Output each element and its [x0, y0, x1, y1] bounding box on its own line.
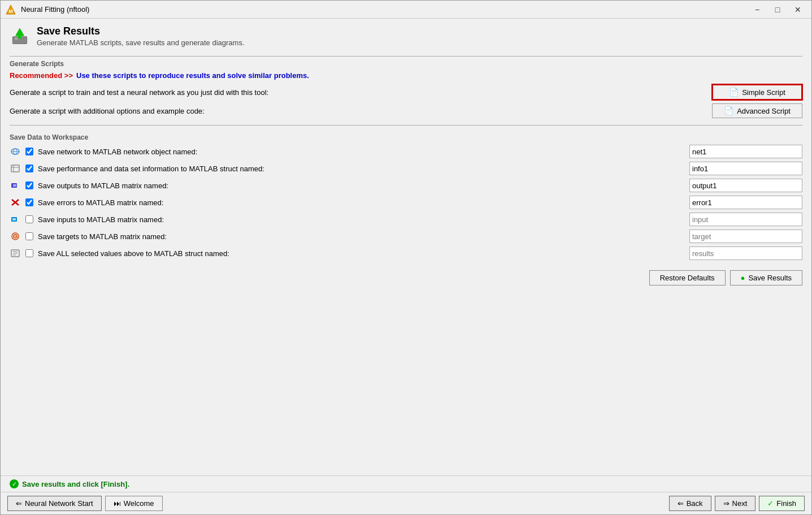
page-header: Save Results Generate MATLAB scripts, sa… — [10, 25, 802, 47]
page-subtitle: Generate MATLAB scripts, save results an… — [37, 38, 245, 47]
welcome-button[interactable]: ⏭ Welcome — [105, 496, 163, 511]
save-results-btn-label: Save Results — [748, 274, 792, 282]
status-icon: ✓ — [10, 479, 19, 488]
svg-point-20 — [15, 236, 16, 237]
performance-input[interactable] — [689, 162, 802, 175]
simple-script-label: Generate a script to train and test a ne… — [10, 88, 268, 97]
window-title: Neural Fitting (nftool) — [21, 5, 748, 14]
doc-icon-adv: 📄 — [724, 106, 733, 115]
svg-rect-17 — [12, 218, 16, 220]
targets-icon — [10, 231, 21, 241]
save-data-label: Save Data to Workspace — [10, 133, 802, 141]
targets-checkbox[interactable] — [25, 232, 33, 240]
main-window: M Neural Fitting (nftool) − □ ✕ Save Res… — [0, 0, 812, 515]
welcome-icon: ⏭ — [114, 499, 121, 508]
action-buttons: Restore Defaults ● Save Results — [10, 266, 802, 285]
save-results-button[interactable]: ● Save Results — [730, 270, 802, 285]
targets-row: Save targets to MATLAB matrix named: — [10, 230, 802, 243]
divider-1 — [10, 56, 802, 57]
network-input[interactable] — [689, 145, 802, 158]
titlebar: M Neural Fitting (nftool) − □ ✕ — [1, 1, 811, 19]
footer-bar: ⇐ Neural Network Start ⏭ Welcome ⇐ Back … — [1, 492, 811, 514]
network-icon — [10, 146, 21, 157]
all-label: Save ALL selected values above to MATLAB… — [38, 249, 685, 258]
doc-icon: 📄 — [729, 88, 739, 97]
all-icon — [10, 248, 21, 258]
advanced-script-label: Generate a script with additional option… — [10, 107, 205, 115]
all-input[interactable] — [689, 246, 802, 260]
generate-scripts-section: Generate Scripts Recommended >> Use thes… — [10, 60, 802, 122]
advanced-script-button[interactable]: 📄 Advanced Script — [712, 103, 802, 118]
performance-checkbox[interactable] — [25, 165, 33, 172]
status-bar: ✓ Save results and click [Finish]. — [1, 475, 811, 492]
inputs-checkbox[interactable] — [25, 215, 33, 223]
divider-2 — [10, 125, 802, 125]
outputs-checkbox[interactable] — [25, 181, 33, 189]
errors-input[interactable] — [689, 196, 802, 209]
minimize-button[interactable]: − — [748, 3, 766, 16]
back-icon: ⇐ — [678, 499, 684, 508]
network-label: Save network to MATLAB network object na… — [38, 148, 685, 156]
neural-network-start-label: Neural Network Start — [25, 499, 93, 508]
svg-rect-3 — [15, 38, 18, 40]
advanced-script-row: Generate a script with additional option… — [10, 103, 802, 118]
back-label: Back — [687, 499, 703, 508]
simple-script-button[interactable]: 📄 Simple Script — [712, 84, 802, 100]
errors-checkbox[interactable] — [25, 198, 33, 206]
next-icon: ⇒ — [723, 499, 730, 508]
network-row: Save network to MATLAB network object na… — [10, 145, 802, 158]
main-content: Save Results Generate MATLAB scripts, sa… — [1, 19, 811, 475]
footer-right: ⇐ Back ⇒ Next ✓ Finish — [669, 496, 805, 511]
all-checkbox[interactable] — [25, 249, 33, 257]
outputs-input[interactable] — [689, 179, 802, 192]
inputs-icon — [10, 214, 21, 224]
simple-script-btn-label: Simple Script — [742, 88, 785, 97]
performance-icon — [10, 163, 21, 174]
bottom-spacer — [10, 285, 802, 469]
next-label: Next — [732, 499, 748, 508]
finish-icon: ✓ — [767, 499, 774, 508]
restore-defaults-button[interactable]: Restore Defaults — [649, 270, 726, 285]
close-button[interactable]: ✕ — [789, 3, 807, 16]
performance-label: Save performance and data set informatio… — [38, 165, 685, 173]
finish-button[interactable]: ✓ Finish — [759, 496, 805, 511]
save-data-section: Save Data to Workspace Save network to M… — [10, 133, 802, 285]
recommended-desc: Use these scripts to reproduce results a… — [76, 71, 309, 80]
app-icon: M — [5, 4, 16, 15]
page-title: Save Results — [37, 25, 245, 37]
save-results-icon — [10, 25, 30, 46]
footer-left: ⇐ Neural Network Start ⏭ Welcome — [7, 496, 163, 511]
targets-input[interactable] — [689, 230, 802, 243]
svg-rect-13 — [13, 184, 16, 187]
inputs-input[interactable] — [689, 213, 802, 226]
next-button[interactable]: ⇒ Next — [715, 496, 756, 511]
welcome-label: Welcome — [124, 499, 154, 508]
status-text: Save results and click [Finish]. — [22, 480, 129, 488]
performance-row: Save performance and data set informatio… — [10, 162, 802, 175]
inputs-label: Save inputs to MATLAB matrix named: — [38, 215, 685, 224]
advanced-script-btn-label: Advanced Script — [737, 107, 791, 115]
outputs-icon — [10, 180, 21, 191]
simple-script-row: Generate a script to train and test a ne… — [10, 84, 802, 100]
neural-network-start-icon: ⇐ — [16, 499, 22, 508]
header-text: Save Results Generate MATLAB scripts, sa… — [37, 25, 245, 47]
neural-network-start-button[interactable]: ⇐ Neural Network Start — [7, 496, 102, 511]
maximize-button[interactable]: □ — [768, 3, 787, 16]
recommended-label: Recommended >> — [10, 71, 73, 80]
outputs-label: Save outputs to MATLAB matrix named: — [38, 181, 685, 190]
generate-scripts-label: Generate Scripts — [10, 60, 802, 68]
errors-icon — [10, 197, 21, 207]
all-row: Save ALL selected values above to MATLAB… — [10, 246, 802, 260]
errors-label: Save errors to MATLAB matrix named: — [38, 198, 685, 207]
errors-row: Save errors to MATLAB matrix named: — [10, 196, 802, 209]
outputs-row: Save outputs to MATLAB matrix named: — [10, 179, 802, 192]
window-controls: − □ ✕ — [748, 3, 807, 16]
inputs-row: Save inputs to MATLAB matrix named: — [10, 213, 802, 226]
save-results-icon-btn: ● — [741, 274, 745, 282]
svg-rect-5 — [18, 34, 21, 38]
svg-rect-9 — [11, 165, 19, 172]
targets-label: Save targets to MATLAB matrix named: — [38, 232, 685, 241]
network-checkbox[interactable] — [25, 148, 33, 155]
recommended-row: Recommended >> Use these scripts to repr… — [10, 71, 802, 80]
back-button[interactable]: ⇐ Back — [669, 496, 711, 511]
